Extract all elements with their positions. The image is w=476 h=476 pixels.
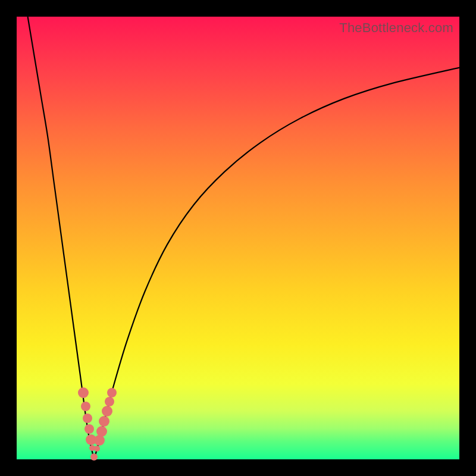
marker-dot [83, 414, 92, 423]
marker-dot [81, 402, 90, 411]
marker-dot [96, 426, 107, 437]
marker-dot [94, 435, 105, 446]
marker-dot [90, 453, 98, 461]
marker-dot [102, 406, 112, 416]
plot-area: TheBottleneck.com [17, 17, 459, 459]
